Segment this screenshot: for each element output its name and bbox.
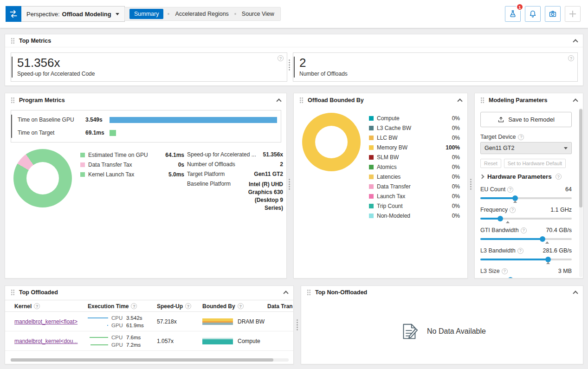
hardware-parameters-expander[interactable]: Hardware Parameters xyxy=(480,173,562,180)
program-metrics-panel: Program Metrics Time on Baseline GPU 3.5… xyxy=(5,93,287,278)
drag-handle-icon[interactable] xyxy=(11,38,15,44)
slider-track[interactable] xyxy=(480,259,572,260)
legend-item: Estimated Time on GPU 64.1ms xyxy=(80,150,184,160)
help-icon[interactable] xyxy=(518,134,524,140)
column-header-execution-time[interactable]: Execution Time xyxy=(88,300,137,312)
panel-title: Top Offloaded xyxy=(19,289,58,296)
add-button[interactable] xyxy=(565,6,581,22)
slider-track[interactable] xyxy=(480,197,572,199)
help-icon[interactable] xyxy=(502,268,508,274)
help-icon[interactable] xyxy=(568,55,574,61)
collapse-button[interactable] xyxy=(573,291,578,296)
help-icon[interactable] xyxy=(507,187,513,193)
tab-source-view[interactable]: Source View xyxy=(240,9,276,19)
help-icon[interactable] xyxy=(521,227,527,233)
legend-item: Trip Count 0% xyxy=(369,201,460,211)
column-header-kernel[interactable]: Kernel xyxy=(14,300,40,312)
snapshot-button[interactable] xyxy=(545,6,561,22)
modeling-parameters-panel: Modeling Parameters Save to Remodel Targ… xyxy=(474,93,583,278)
panel-resize-handle[interactable] xyxy=(296,319,298,331)
empty-document-icon xyxy=(398,321,420,342)
legend-swatch xyxy=(369,194,374,199)
panel-resize-handle[interactable] xyxy=(470,178,472,190)
help-icon[interactable] xyxy=(510,207,516,213)
execution-time-cell: CPU 7.6ms GPU 7.2ms xyxy=(88,334,155,349)
metric-card: 2 Number of Offloads xyxy=(293,52,578,82)
slider-thumb[interactable] xyxy=(540,236,545,242)
kernel-link[interactable]: mandelbrot_kernel<dou... xyxy=(14,338,78,344)
l3-bandwidth-slider: L3 Bandwidth 281.6 GB/s xyxy=(480,247,572,266)
tab-accelerated-regions[interactable]: Accelerated Regions xyxy=(174,9,230,19)
drag-handle-icon[interactable] xyxy=(299,97,304,104)
collapse-button[interactable] xyxy=(573,98,578,104)
drag-handle-icon[interactable] xyxy=(307,289,311,296)
offload-bounded-by-panel: Offload Bounded By Compute 0% L3 Cache B… xyxy=(293,93,468,278)
collapse-button[interactable] xyxy=(276,98,281,104)
metric-value: 51.356x xyxy=(17,57,287,69)
table-header: Kernel Execution Time Speed-Up Bounded B… xyxy=(5,300,293,312)
perspective-label: Perspective: Offload Modeling xyxy=(21,6,125,22)
help-icon[interactable] xyxy=(517,248,523,254)
collapse-button[interactable] xyxy=(283,291,288,296)
speedup-cell: 57.218x xyxy=(157,312,177,331)
kernel-link[interactable]: mandelbrot_kernel<float> xyxy=(14,318,78,325)
help-icon[interactable] xyxy=(278,55,284,61)
slider-track[interactable] xyxy=(480,218,572,220)
view-tabs: Summary Accelerated Regions Source View xyxy=(124,7,281,21)
help-icon[interactable] xyxy=(238,303,244,309)
horizontal-scrollbar[interactable] xyxy=(11,358,289,362)
perspective-selector[interactable]: Perspective: Offload Modeling xyxy=(6,6,125,22)
top-toolbar: Perspective: Offload Modeling Summary Ac… xyxy=(0,0,588,28)
metric-label: Speed-up for Accelerated Code xyxy=(17,71,287,77)
legend-item: Data Transfer 0% xyxy=(369,181,460,191)
speedup-cell: 1.057x xyxy=(157,331,174,351)
column-header-data-transferred[interactable]: Data Tran xyxy=(267,300,294,312)
target-device-select[interactable]: Gen11 GT2 xyxy=(480,142,572,154)
bounded-by-cell: DRAM BW xyxy=(202,312,265,331)
legend-item: Compute 0% xyxy=(369,113,460,123)
slider-value: 64 xyxy=(565,186,572,193)
bounded-by-donut-chart xyxy=(302,113,361,171)
help-icon[interactable] xyxy=(185,303,191,309)
drag-handle-icon[interactable] xyxy=(11,97,15,104)
collapse-button[interactable] xyxy=(457,98,462,104)
save-to-remodel-button[interactable]: Save to Remodel xyxy=(480,112,572,127)
legend-swatch xyxy=(80,172,85,177)
slider-track[interactable] xyxy=(480,238,572,240)
time-comparison-chart: Time on Baseline GPU 3.549s Time on Targ… xyxy=(11,110,281,142)
notifications-button[interactable] xyxy=(525,6,541,22)
toolbar-actions: 1 xyxy=(505,6,581,22)
execution-time-cell: CPU 3.542s GPU 61.9ms xyxy=(88,314,155,329)
drag-handle-icon[interactable] xyxy=(11,289,15,296)
legend-swatch xyxy=(369,136,374,140)
vertical-scrollbar[interactable] xyxy=(579,108,582,277)
slider-thumb[interactable] xyxy=(508,277,513,278)
help-icon[interactable] xyxy=(34,303,40,309)
experiment-button[interactable]: 1 xyxy=(505,6,521,22)
detail-row: Number of Offloads 2 xyxy=(187,160,283,169)
slider-value: 1.1 GHz xyxy=(550,207,572,213)
top-metrics-panel: Top Metrics 51.356x Speed-up for Acceler… xyxy=(5,34,583,86)
bounded-by-legend: Compute 0% L3 Cache BW 0% LLC BW 0% Memo… xyxy=(369,113,460,220)
help-icon[interactable] xyxy=(131,303,137,309)
scrollbar-thumb[interactable] xyxy=(11,358,273,362)
set-hardware-default-button[interactable]: Set to Hardware Default xyxy=(504,159,566,168)
panel-title: Top Non-Offloaded xyxy=(315,289,367,296)
slider-value: 3 MB xyxy=(558,268,572,274)
chevron-right-icon xyxy=(480,175,485,179)
help-icon[interactable] xyxy=(556,174,562,180)
panel-resize-handle[interactable] xyxy=(288,178,291,190)
metric-card: 51.356x Speed-up for Accelerated Code xyxy=(11,52,287,82)
column-header-speedup[interactable]: Speed-Up xyxy=(157,300,191,312)
scrollbar-thumb[interactable] xyxy=(579,109,582,207)
bounded-by-bar xyxy=(202,318,233,325)
reset-button[interactable]: Reset xyxy=(480,159,501,168)
panel-resize-handle[interactable] xyxy=(288,59,291,71)
drag-handle-icon[interactable] xyxy=(480,97,485,104)
tab-summary[interactable]: Summary xyxy=(129,9,163,19)
slider-thumb[interactable] xyxy=(498,216,503,221)
eu-count-slider: EU Count 64 xyxy=(480,186,572,205)
column-header-bounded-by[interactable]: Bounded By xyxy=(202,300,244,312)
legend-item: Non-Modeled 0% xyxy=(369,211,460,220)
collapse-button[interactable] xyxy=(573,39,578,44)
